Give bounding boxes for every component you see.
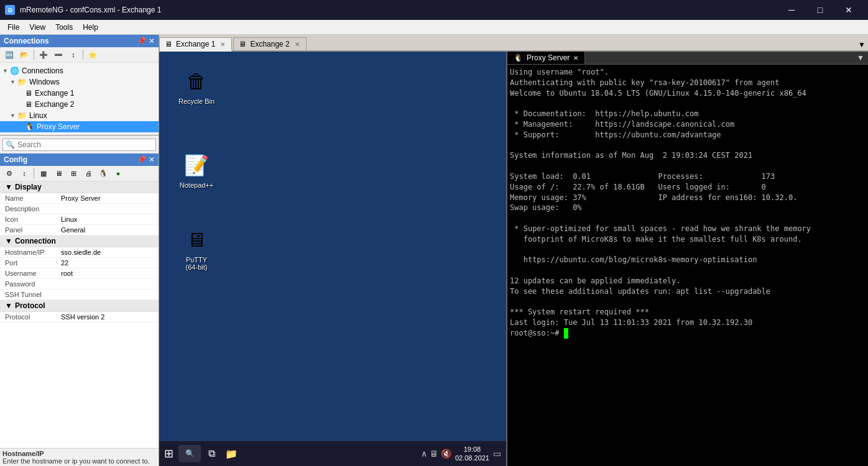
config-monitor-button[interactable]: 🖥 [52, 167, 65, 180]
tray-network-icon[interactable]: 🖥 [430, 449, 438, 459]
config-label-name: Name [5, 194, 61, 202]
config-sort-button[interactable]: ↕ [17, 167, 31, 180]
title-bar-controls: ─ □ ✕ [777, 0, 863, 20]
new-connection-button[interactable]: 🆕 [2, 48, 16, 61]
sort-button[interactable]: ↕ [67, 48, 80, 61]
config-section-protocol-label: Protocol [15, 301, 45, 310]
connections-toolbar: 🆕 📂 ➕ ➖ ↕ ⭐ [0, 47, 159, 63]
menu-tools[interactable]: Tools [50, 22, 78, 33]
main-layout: Connections 📌 ✕ 🆕 📂 ➕ ➖ ↕ ⭐ [0, 35, 868, 466]
expand-icon-linux: ▼ [10, 112, 17, 119]
tree-item-connections-root[interactable]: ▼ 🌐 Connections [0, 65, 159, 76]
tree-item-exchange1[interactable]: 🖥 Exchange 1 [0, 88, 159, 99]
content-area: 🗑 Recycle Bin 📝 Notepad++ 🖥 PuTTY(64-bit… [159, 52, 868, 466]
taskbar-folder-button[interactable]: 📁 [223, 445, 240, 462]
recycle-bin-icon: 🗑 [182, 66, 211, 96]
linux-icon: 📁 [17, 111, 27, 120]
tab-exchange1-close[interactable]: ✕ [219, 41, 226, 48]
tab-exchange1[interactable]: 🖥 Exchange 1 ✕ [159, 37, 232, 52]
connections-root-icon: 🌐 [10, 66, 19, 75]
desktop-icon-notepadpp[interactable]: 📝 Notepad++ [172, 148, 221, 191]
windows-icon: 📁 [17, 78, 27, 86]
config-label-panel: Panel [5, 226, 61, 234]
ssh-tab-dropdown[interactable]: ▼ [853, 52, 868, 63]
ssh-tab-close-button[interactable]: ✕ [573, 55, 578, 62]
tree-label-connections-root: Connections [22, 66, 63, 75]
tab-exchange2[interactable]: 🖥 Exchange 2 ✕ [233, 37, 306, 50]
config-linux-button[interactable]: 🐧 [96, 167, 110, 180]
app-icon: 🖥 [5, 5, 15, 15]
config-section-connection[interactable]: ▼ Connection [0, 235, 159, 247]
tab-exchange1-label: Exchange 1 [176, 40, 215, 48]
config-section-display[interactable]: ▼ Display [0, 181, 159, 193]
config-header-controls: 📌 ✕ [137, 155, 155, 164]
tab-exchange2-close[interactable]: ✕ [293, 41, 301, 48]
desktop-icon-putty[interactable]: 🖥 PuTTY(64-bit) [172, 222, 221, 273]
maximize-button[interactable]: □ [806, 0, 834, 20]
add-button[interactable]: ➕ [37, 48, 50, 61]
open-folder-button[interactable]: 📂 [17, 48, 31, 61]
config-row-panel: Panel General [0, 225, 159, 235]
remove-button[interactable]: ➖ [52, 48, 65, 61]
ssh-tab-icon: 🐧 [514, 53, 523, 62]
tree-label-proxy-server: Proxy Server [37, 122, 80, 131]
search-icon: 🔍 [6, 140, 15, 149]
connections-pin-button[interactable]: 📌 [137, 37, 146, 45]
taskbar-search-button[interactable]: 🔍 [178, 445, 201, 462]
config-row-port: Port 22 [0, 258, 159, 268]
tree-item-proxy-server[interactable]: 🐧 Proxy Server [0, 121, 159, 132]
tray-volume-icon[interactable]: 🔇 [441, 449, 451, 459]
config-label-ssh-tunnel: SSH Tunnel [5, 291, 61, 298]
config-row-icon: Icon Linux [0, 214, 159, 225]
ssh-terminal[interactable]: Using username "root". Authenticating wi… [507, 65, 868, 466]
taskbar-task-view-button[interactable]: ⧉ [206, 445, 218, 462]
config-label-icon: Icon [5, 216, 61, 223]
config-status-button[interactable]: ● [111, 167, 125, 180]
tray-chevron-icon[interactable]: ∧ [421, 449, 427, 459]
desktop-icon-recycle-bin[interactable]: 🗑 Recycle Bin [172, 64, 221, 107]
config-pin-button[interactable]: 📌 [137, 155, 146, 164]
config-label-password: Password [5, 280, 61, 288]
config-value-panel: General [61, 226, 154, 234]
title-bar-left: 🖥 mRemoteNG - confCons.xml - Exchange 1 [5, 5, 161, 15]
connections-close-button[interactable]: ✕ [149, 37, 155, 45]
tree-item-windows[interactable]: ▼ 📁 Windows [0, 76, 159, 88]
config-row-username: Username root [0, 268, 159, 279]
config-print-button[interactable]: 🖨 [81, 167, 95, 180]
config-value-port: 22 [61, 259, 154, 267]
config-windows-button[interactable]: ⊞ [67, 167, 80, 180]
connections-header-controls: 📌 ✕ [137, 37, 155, 45]
putty-icon: 🖥 [182, 225, 211, 255]
taskbar-start-button[interactable]: ⊞ [164, 447, 173, 460]
close-button[interactable]: ✕ [834, 0, 863, 20]
status-hint-text: Enter the hostname or ip you want to con… [2, 457, 156, 465]
config-value-icon: Linux [61, 216, 154, 223]
menu-view[interactable]: View [24, 22, 50, 33]
menu-file[interactable]: File [2, 22, 24, 33]
config-section-protocol[interactable]: ▼ Protocol [0, 300, 159, 312]
taskbar-date-display: 02.08.2021 [455, 454, 489, 462]
config-row-password: Password [0, 279, 159, 290]
recycle-bin-label: Recycle Bin [178, 98, 215, 105]
taskbar-show-desktop-button[interactable]: ▭ [493, 449, 501, 459]
config-row-description: Description [0, 204, 159, 214]
config-row-name: Name Proxy Server [0, 193, 159, 204]
menu-help[interactable]: Help [78, 22, 103, 33]
left-panel: Connections 📌 ✕ 🆕 📂 ➕ ➖ ↕ ⭐ [0, 35, 159, 466]
tree-item-exchange2[interactable]: 🖥 Exchange 2 [0, 99, 159, 110]
config-close-button[interactable]: ✕ [149, 155, 155, 164]
favorite-button[interactable]: ⭐ [86, 48, 99, 61]
tab-dropdown[interactable]: ▼ [856, 39, 868, 50]
config-settings-button[interactable]: ⚙ [2, 167, 16, 180]
tree-item-linux[interactable]: ▼ 📁 Linux [0, 110, 159, 121]
ssh-tab-proxy-server[interactable]: 🐧 Proxy Server ✕ [507, 52, 585, 64]
taskbar-time-display: 19:08 [455, 445, 489, 454]
taskbar-tray-icons: ∧ 🖥 🔇 [421, 449, 451, 459]
search-input[interactable] [17, 140, 153, 149]
config-grid-button[interactable]: ▦ [37, 167, 50, 180]
minimize-button[interactable]: ─ [777, 0, 806, 20]
window-title: mRemoteNG - confCons.xml - Exchange 1 [20, 6, 161, 14]
taskbar-clock[interactable]: 19:08 02.08.2021 [455, 445, 489, 463]
tree-label-exchange1: Exchange 1 [35, 89, 74, 98]
toolbar-separator-1 [34, 50, 34, 60]
